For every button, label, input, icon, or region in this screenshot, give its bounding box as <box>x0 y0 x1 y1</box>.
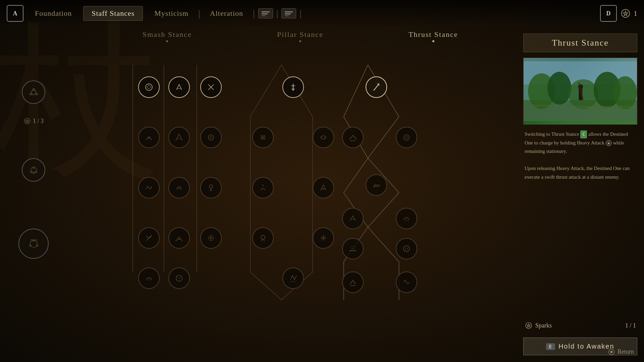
smash-node-r1-2[interactable] <box>168 76 190 98</box>
svg-point-10 <box>30 93 32 95</box>
thrust-icon-r2-r <box>401 132 412 143</box>
svg-point-9 <box>36 93 37 95</box>
svg-point-63 <box>209 185 213 188</box>
nav-sparks-count: 1 <box>634 9 637 18</box>
sparks-text: Sparks <box>535 322 552 329</box>
smash-node-r2-1[interactable] <box>138 127 160 148</box>
pillar-node-r1[interactable] <box>282 76 304 98</box>
col-header-thrust[interactable]: Thrust Stance <box>367 30 500 42</box>
pillar-node-r2-r[interactable] <box>313 127 334 148</box>
thrust-node-r1[interactable] <box>366 76 387 98</box>
col-header-smash: Smash Stance <box>101 30 234 42</box>
sidebar-node-small-1[interactable] <box>22 80 45 104</box>
thrust-node-r2-l[interactable] <box>342 127 364 148</box>
smash-icon-r5-1 <box>144 273 154 284</box>
column-headers: Smash Stance Pillar Stance Thrust Stance <box>101 30 500 42</box>
return-label: Return <box>618 348 634 355</box>
smash-dot <box>166 40 168 42</box>
left-sidebar: 1 / 3 <box>0 27 67 362</box>
sidebar-icon-3 <box>28 238 40 250</box>
nav-icon-1 <box>262 11 270 16</box>
smash-icon-r5-2 <box>174 273 184 284</box>
svg-rect-3 <box>285 11 293 12</box>
thrust-icon-r6-r <box>401 277 412 288</box>
smash-node-r3-1[interactable] <box>138 177 160 198</box>
pillar-dot <box>299 40 301 42</box>
thrust-node-r6-l[interactable] <box>342 272 364 293</box>
pillar-node-r4-l[interactable] <box>252 227 274 249</box>
thrust-icon-r2-l <box>347 132 358 143</box>
smash-icon-r3-1 <box>144 182 154 193</box>
smash-node-r4-3[interactable] <box>200 227 222 249</box>
smash-icon-r1-3 <box>206 82 216 93</box>
smash-node-r2-2[interactable] <box>168 127 190 148</box>
pillar-icon-r5 <box>288 273 299 284</box>
thrust-node-r6-r[interactable] <box>396 272 417 293</box>
sidebar-sparks-text: 1 / 3 <box>33 118 44 125</box>
nav-alteration[interactable]: Alteration <box>202 6 251 20</box>
thrust-node-r4-l[interactable] <box>342 208 364 229</box>
smash-node-r3-2[interactable] <box>168 177 190 198</box>
svg-point-64 <box>178 237 180 239</box>
nodes-wrapper <box>84 54 500 355</box>
pillar-icon-r4-r <box>318 233 329 243</box>
svg-rect-0 <box>262 11 270 12</box>
nav-sep-6: | <box>300 8 302 19</box>
nav-sep-4: | <box>253 8 255 19</box>
svg-rect-4 <box>285 13 291 14</box>
smash-node-r4-2[interactable] <box>168 227 190 249</box>
smash-node-r1-3[interactable] <box>200 76 222 98</box>
sparks-label: Sparks <box>525 321 552 329</box>
pillar-icon-r2-r <box>318 132 329 143</box>
nav-icon-btn-2[interactable] <box>281 8 296 18</box>
thrust-icon-r5-l <box>347 243 358 254</box>
sidebar-icon-1 <box>28 86 40 98</box>
sidebar-node-large-1[interactable] <box>18 229 49 259</box>
sparks-count: 1 / 1 <box>625 322 636 329</box>
sidebar-node-medium-1[interactable] <box>22 158 45 182</box>
pillar-icon-r3-l <box>258 182 268 193</box>
thrust-icon-r5-r <box>401 243 412 254</box>
thrust-node-r2-r[interactable] <box>396 127 417 148</box>
thrust-icon-r3 <box>371 180 382 190</box>
smash-node-r5-1[interactable] <box>138 267 160 289</box>
panel-image <box>523 58 637 125</box>
pillar-node-r3-r[interactable] <box>313 177 334 198</box>
nav-items: Foundation Staff Stances Mysticism | Alt… <box>27 6 597 21</box>
smash-node-r3-3[interactable] <box>200 177 222 198</box>
thrust-icon-r4-l <box>347 213 358 224</box>
svg-point-7 <box>31 90 36 95</box>
nav-icon-btn-1[interactable] <box>258 8 273 18</box>
smash-node-r5-2[interactable] <box>168 267 190 289</box>
smash-node-r2-3[interactable] <box>200 127 222 148</box>
nav-foundation[interactable]: Foundation <box>27 6 80 20</box>
smash-node-r1-1[interactable] <box>138 76 160 98</box>
smash-icon-r4-1 <box>144 233 154 243</box>
pillar-node-r3-l[interactable] <box>252 177 274 198</box>
pillar-node-r4-r[interactable] <box>313 227 334 249</box>
smash-icon-r2-1 <box>144 132 154 143</box>
svg-point-82 <box>613 76 637 109</box>
pillar-node-r2-l[interactable] <box>252 127 274 148</box>
thrust-node-r3[interactable] <box>366 174 387 196</box>
smash-node-r4-1[interactable] <box>138 227 160 249</box>
return-button[interactable]: Return <box>608 348 634 355</box>
nav-btn-a[interactable]: A <box>7 5 23 22</box>
pillar-icon-r3-r <box>318 182 329 193</box>
nav-sep-5: | <box>276 8 278 19</box>
thrust-node-r4-r[interactable] <box>396 208 417 229</box>
nav-btn-d[interactable]: D <box>600 5 617 22</box>
thrust-node-r5-r[interactable] <box>396 238 417 259</box>
nav-staff-stances[interactable]: Staff Stances <box>83 6 143 21</box>
return-icon <box>608 349 615 355</box>
thrust-node-r5-l[interactable] <box>342 238 364 259</box>
nav-mysticism[interactable]: Mysticism <box>146 6 197 20</box>
sidebar-icon-2 <box>28 164 40 176</box>
awaken-label: Hold to Awaken <box>558 343 614 350</box>
pillar-icon-r4-l <box>258 233 268 243</box>
thrust-icon-r4-r <box>401 213 412 224</box>
sidebar-sparks-counter: 1 / 3 <box>23 117 44 125</box>
col-header-pillar: Pillar Stance <box>234 30 367 42</box>
scene-svg <box>524 58 637 124</box>
pillar-node-r5[interactable] <box>282 267 304 289</box>
